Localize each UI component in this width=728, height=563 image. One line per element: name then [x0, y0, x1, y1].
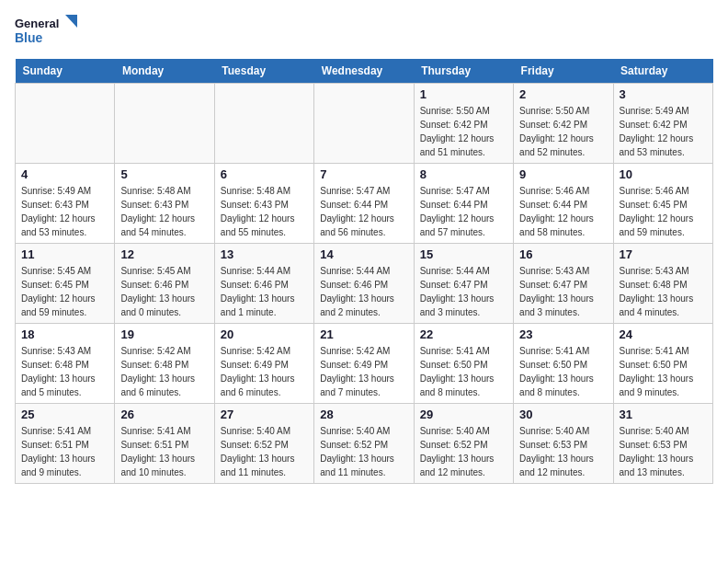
day-cell: 5Sunrise: 5:48 AM Sunset: 6:43 PM Daylig… [115, 164, 214, 244]
day-number: 24 [620, 327, 707, 341]
page-header: GeneralBlue [15, 15, 713, 48]
day-number: 30 [519, 408, 607, 421]
day-info: Sunrise: 5:48 AM Sunset: 6:43 PM Dayligh… [120, 184, 208, 239]
day-number: 3 [620, 87, 707, 101]
day-info: Sunrise: 5:49 AM Sunset: 6:42 PM Dayligh… [620, 104, 707, 159]
day-cell: 16Sunrise: 5:43 AM Sunset: 6:47 PM Dayli… [514, 244, 613, 324]
day-number: 15 [420, 247, 507, 261]
day-cell [115, 84, 214, 164]
day-cell: 24Sunrise: 5:41 AM Sunset: 6:50 PM Dayli… [613, 324, 712, 404]
day-number: 13 [221, 247, 308, 261]
calendar-table: SundayMondayTuesdayWednesdayThursdayFrid… [15, 59, 713, 484]
day-cell: 20Sunrise: 5:42 AM Sunset: 6:49 PM Dayli… [214, 324, 313, 404]
day-cell: 2Sunrise: 5:50 AM Sunset: 6:42 PM Daylig… [514, 84, 613, 164]
day-cell: 29Sunrise: 5:40 AM Sunset: 6:52 PM Dayli… [414, 404, 513, 484]
day-cell [16, 84, 115, 164]
day-cell: 26Sunrise: 5:41 AM Sunset: 6:51 PM Dayli… [115, 404, 214, 484]
week-row-3: 11Sunrise: 5:45 AM Sunset: 6:45 PM Dayli… [16, 244, 713, 324]
day-number: 31 [620, 408, 707, 421]
day-info: Sunrise: 5:42 AM Sunset: 6:49 PM Dayligh… [320, 344, 407, 399]
logo-svg: GeneralBlue [15, 15, 79, 48]
day-number: 1 [420, 87, 507, 101]
day-number: 11 [21, 247, 108, 261]
day-cell: 8Sunrise: 5:47 AM Sunset: 6:44 PM Daylig… [414, 164, 513, 244]
week-row-4: 18Sunrise: 5:43 AM Sunset: 6:48 PM Dayli… [16, 324, 713, 404]
day-number: 28 [320, 408, 407, 421]
day-cell: 30Sunrise: 5:40 AM Sunset: 6:53 PM Dayli… [514, 404, 613, 484]
day-info: Sunrise: 5:43 AM Sunset: 6:47 PM Dayligh… [519, 264, 607, 319]
day-number: 5 [120, 167, 208, 181]
day-number: 26 [120, 408, 208, 421]
day-info: Sunrise: 5:46 AM Sunset: 6:44 PM Dayligh… [519, 184, 607, 239]
day-info: Sunrise: 5:42 AM Sunset: 6:49 PM Dayligh… [221, 344, 308, 399]
day-cell: 10Sunrise: 5:46 AM Sunset: 6:45 PM Dayli… [613, 164, 712, 244]
day-number: 14 [320, 247, 407, 261]
day-number: 4 [21, 167, 108, 181]
day-info: Sunrise: 5:41 AM Sunset: 6:51 PM Dayligh… [21, 424, 108, 479]
day-info: Sunrise: 5:40 AM Sunset: 6:53 PM Dayligh… [519, 424, 607, 479]
day-info: Sunrise: 5:46 AM Sunset: 6:45 PM Dayligh… [620, 184, 707, 239]
day-info: Sunrise: 5:48 AM Sunset: 6:43 PM Dayligh… [221, 184, 308, 239]
day-info: Sunrise: 5:50 AM Sunset: 6:42 PM Dayligh… [420, 104, 507, 159]
day-cell: 23Sunrise: 5:41 AM Sunset: 6:50 PM Dayli… [514, 324, 613, 404]
weekday-header-row: SundayMondayTuesdayWednesdayThursdayFrid… [16, 59, 713, 84]
svg-text:Blue: Blue [15, 30, 43, 45]
day-info: Sunrise: 5:45 AM Sunset: 6:45 PM Dayligh… [21, 264, 108, 319]
day-cell: 25Sunrise: 5:41 AM Sunset: 6:51 PM Dayli… [16, 404, 115, 484]
day-cell: 4Sunrise: 5:49 AM Sunset: 6:43 PM Daylig… [16, 164, 115, 244]
weekday-header-tuesday: Tuesday [214, 59, 313, 84]
day-number: 7 [320, 167, 407, 181]
day-cell: 13Sunrise: 5:44 AM Sunset: 6:46 PM Dayli… [214, 244, 313, 324]
day-number: 27 [221, 408, 308, 421]
day-info: Sunrise: 5:40 AM Sunset: 6:52 PM Dayligh… [320, 424, 407, 479]
day-number: 25 [21, 408, 108, 421]
day-number: 21 [320, 327, 407, 341]
day-cell [314, 84, 414, 164]
day-number: 19 [120, 327, 208, 341]
day-cell: 19Sunrise: 5:42 AM Sunset: 6:48 PM Dayli… [115, 324, 214, 404]
weekday-header-sunday: Sunday [16, 59, 115, 84]
day-info: Sunrise: 5:41 AM Sunset: 6:50 PM Dayligh… [420, 344, 507, 399]
svg-text:General: General [15, 17, 59, 30]
day-info: Sunrise: 5:47 AM Sunset: 6:44 PM Dayligh… [420, 184, 507, 239]
day-number: 20 [221, 327, 308, 341]
day-cell: 14Sunrise: 5:44 AM Sunset: 6:46 PM Dayli… [314, 244, 414, 324]
day-cell: 7Sunrise: 5:47 AM Sunset: 6:44 PM Daylig… [314, 164, 414, 244]
day-cell: 15Sunrise: 5:44 AM Sunset: 6:47 PM Dayli… [414, 244, 513, 324]
day-number: 18 [21, 327, 108, 341]
day-info: Sunrise: 5:41 AM Sunset: 6:50 PM Dayligh… [519, 344, 607, 399]
day-info: Sunrise: 5:43 AM Sunset: 6:48 PM Dayligh… [21, 344, 108, 399]
day-number: 23 [519, 327, 607, 341]
day-info: Sunrise: 5:44 AM Sunset: 6:47 PM Dayligh… [420, 264, 507, 319]
day-info: Sunrise: 5:40 AM Sunset: 6:53 PM Dayligh… [620, 424, 707, 479]
weekday-header-monday: Monday [115, 59, 214, 84]
day-number: 17 [620, 247, 707, 261]
day-info: Sunrise: 5:40 AM Sunset: 6:52 PM Dayligh… [221, 424, 308, 479]
day-cell: 18Sunrise: 5:43 AM Sunset: 6:48 PM Dayli… [16, 324, 115, 404]
day-info: Sunrise: 5:41 AM Sunset: 6:50 PM Dayligh… [620, 344, 707, 399]
day-cell: 22Sunrise: 5:41 AM Sunset: 6:50 PM Dayli… [414, 324, 513, 404]
day-cell: 21Sunrise: 5:42 AM Sunset: 6:49 PM Dayli… [314, 324, 414, 404]
weekday-header-thursday: Thursday [414, 59, 513, 84]
day-number: 10 [620, 167, 707, 181]
day-cell: 11Sunrise: 5:45 AM Sunset: 6:45 PM Dayli… [16, 244, 115, 324]
day-info: Sunrise: 5:49 AM Sunset: 6:43 PM Dayligh… [21, 184, 108, 239]
day-info: Sunrise: 5:44 AM Sunset: 6:46 PM Dayligh… [221, 264, 308, 319]
day-number: 9 [519, 167, 607, 181]
day-number: 8 [420, 167, 507, 181]
day-cell: 9Sunrise: 5:46 AM Sunset: 6:44 PM Daylig… [514, 164, 613, 244]
day-cell: 28Sunrise: 5:40 AM Sunset: 6:52 PM Dayli… [314, 404, 414, 484]
day-number: 2 [519, 87, 607, 101]
day-info: Sunrise: 5:41 AM Sunset: 6:51 PM Dayligh… [120, 424, 208, 479]
day-cell: 27Sunrise: 5:40 AM Sunset: 6:52 PM Dayli… [214, 404, 313, 484]
day-info: Sunrise: 5:45 AM Sunset: 6:46 PM Dayligh… [120, 264, 208, 319]
day-number: 16 [519, 247, 607, 261]
day-cell: 6Sunrise: 5:48 AM Sunset: 6:43 PM Daylig… [214, 164, 313, 244]
weekday-header-saturday: Saturday [613, 59, 712, 84]
weekday-header-wednesday: Wednesday [314, 59, 414, 84]
weekday-header-friday: Friday [514, 59, 613, 84]
week-row-1: 1Sunrise: 5:50 AM Sunset: 6:42 PM Daylig… [16, 84, 713, 164]
day-info: Sunrise: 5:50 AM Sunset: 6:42 PM Dayligh… [519, 104, 607, 159]
day-number: 22 [420, 327, 507, 341]
day-cell [214, 84, 313, 164]
